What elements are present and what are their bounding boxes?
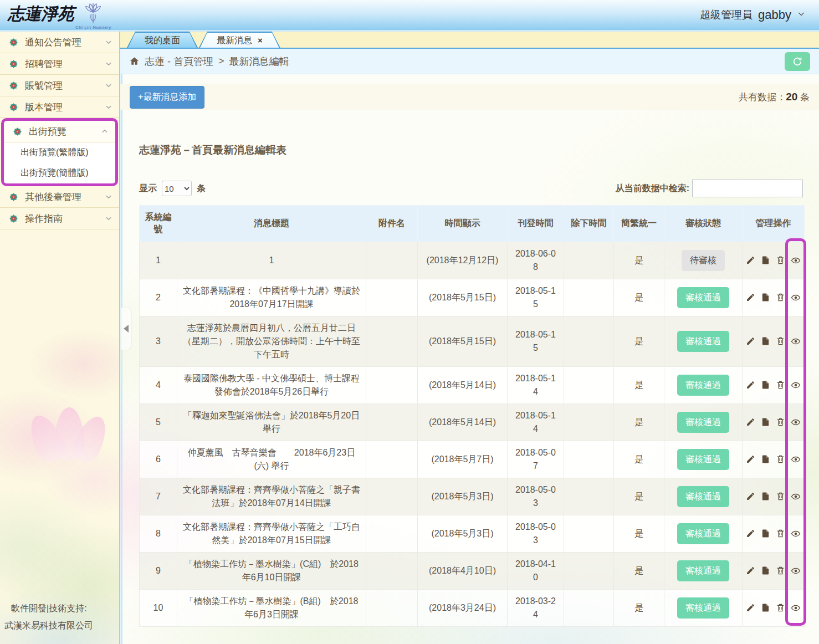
view-icon[interactable] <box>791 529 801 539</box>
status-badge[interactable]: 審核通過 <box>677 523 729 544</box>
delete-icon[interactable] <box>776 454 785 464</box>
edit-icon[interactable] <box>746 380 755 390</box>
news-table-wrap: 系統編號消息標題附件名時間顯示刊登時間除下時間簡繁統一審核狀態管理操作 11(2… <box>139 205 804 627</box>
view-icon[interactable] <box>791 293 801 303</box>
publish-time-cell: 2018-05-03 <box>508 478 564 515</box>
delete-icon[interactable] <box>776 293 785 302</box>
user-menu[interactable]: 超級管理員 gabby <box>700 8 806 22</box>
add-news-button[interactable]: +最新消息添加 <box>130 86 204 109</box>
home-icon[interactable] <box>129 56 140 67</box>
tab-close-icon[interactable]: × <box>258 36 263 44</box>
tab-latest-news[interactable]: 最新消息 × <box>199 32 280 48</box>
status-cell: 審核通過 <box>664 441 743 478</box>
search-input[interactable] <box>692 180 803 197</box>
edit-icon[interactable] <box>746 293 755 302</box>
status-badge[interactable]: 審核通過 <box>677 449 729 470</box>
delete-icon[interactable] <box>776 255 785 265</box>
chevron-down-icon <box>105 214 112 222</box>
file-icon[interactable] <box>761 454 770 464</box>
unified-cell: 是 <box>614 242 664 279</box>
row-actions <box>747 336 800 346</box>
user-name: gabby <box>758 8 791 22</box>
delete-icon[interactable] <box>776 336 785 346</box>
view-icon[interactable] <box>791 380 801 390</box>
edit-icon[interactable] <box>746 454 755 464</box>
edit-icon[interactable] <box>746 417 755 427</box>
sidebar-subitem-4-0[interactable]: 出街預覽(繁體版) <box>4 142 115 163</box>
sidebar-item-3[interactable]: 版本管理 <box>0 96 119 118</box>
column-header-0: 系統編號 <box>140 206 177 242</box>
refresh-button[interactable] <box>785 52 810 71</box>
status-badge[interactable]: 審核通過 <box>677 560 729 581</box>
sidebar-item-0[interactable]: 通知公告管理 <box>0 32 119 53</box>
sidebar-item-1[interactable]: 招聘管理 <box>0 53 119 75</box>
delete-icon[interactable] <box>776 529 785 538</box>
sidebar-item-6[interactable]: 操作指南 <box>0 208 119 229</box>
sidebar-item-2[interactable]: 賬號管理 <box>0 75 119 96</box>
file-icon[interactable] <box>761 380 770 390</box>
status-badge[interactable]: 審核通過 <box>677 486 729 507</box>
actions-cell <box>743 589 805 626</box>
view-icon[interactable] <box>791 566 801 576</box>
app-logo: 志蓮淨苑 Chi Lin Nunnery <box>8 1 111 30</box>
logo-mark: Chi Lin Nunnery <box>75 2 111 30</box>
file-icon[interactable] <box>761 255 770 265</box>
edit-icon[interactable] <box>746 603 755 612</box>
sidebar-item-label: 出街預覽 <box>29 125 66 138</box>
status-badge[interactable]: 審核通過 <box>677 287 729 308</box>
tab-label: 最新消息 <box>217 33 252 48</box>
display-time-cell: (2018年5月14日) <box>418 366 508 403</box>
delete-icon[interactable] <box>776 380 785 390</box>
sidebar-item-4[interactable]: 出街預覽 <box>4 121 115 142</box>
file-icon[interactable] <box>761 293 770 302</box>
edit-icon[interactable] <box>746 255 755 265</box>
file-icon[interactable] <box>761 492 770 501</box>
delete-icon[interactable] <box>776 566 785 575</box>
status-badge[interactable]: 審核通過 <box>677 375 729 396</box>
remove-time-cell <box>564 552 614 589</box>
column-header-5: 除下時間 <box>564 206 614 242</box>
file-icon[interactable] <box>761 603 770 612</box>
status-badge[interactable]: 審核通過 <box>677 597 729 619</box>
edit-icon[interactable] <box>746 336 755 346</box>
view-icon[interactable] <box>791 454 801 464</box>
table-row: 3志蓮淨苑於農曆四月初八，公曆五月廿二日（星期二），開放公眾浴佛時間：上午十時至… <box>140 316 805 366</box>
tab-my-desktop[interactable]: 我的桌面 <box>127 32 198 48</box>
edit-icon[interactable] <box>746 566 755 575</box>
status-badge[interactable]: 待審核 <box>682 250 725 271</box>
status-badge[interactable]: 審核通過 <box>677 331 729 352</box>
news-title-cell: 「釋迦如來聖誕浴佛法會」於2018年5月20日舉行 <box>177 403 366 441</box>
view-icon[interactable] <box>791 492 801 502</box>
breadcrumb-root[interactable]: 志蓮 - 首頁管理 <box>145 55 213 68</box>
view-icon[interactable] <box>791 603 801 613</box>
sidebar-item-label: 招聘管理 <box>25 58 63 70</box>
display-time-cell: (2018年5月15日) <box>418 279 508 316</box>
delete-icon[interactable] <box>776 603 785 612</box>
sidebar-submenu: 出街預覽(繁體版)出街預覽(簡體版) <box>4 142 115 183</box>
view-icon[interactable] <box>791 255 801 265</box>
status-cell: 審核通過 <box>664 552 743 589</box>
sidebar-collapse-handle[interactable] <box>121 308 131 350</box>
view-icon[interactable] <box>791 417 801 427</box>
unified-cell: 是 <box>614 552 664 589</box>
delete-icon[interactable] <box>776 417 785 427</box>
page-size-select[interactable]: 10 <box>162 181 192 196</box>
file-icon[interactable] <box>761 336 770 346</box>
delete-icon[interactable] <box>776 492 785 501</box>
sidebar-item-label: 賬號管理 <box>25 79 63 92</box>
sidebar-subitem-4-1[interactable]: 出街預覽(簡體版) <box>4 163 115 183</box>
sidebar-item-5[interactable]: 其他後臺管理 <box>0 186 119 208</box>
publish-time-cell: 2018-05-07 <box>508 441 564 478</box>
remove-time-cell <box>564 242 614 279</box>
table-row: 11(2018年12月12日)2018-06-08是待審核 <box>140 242 805 279</box>
publish-time-cell: 2018-06-08 <box>508 242 564 279</box>
sidebar-subitem-label: 出街預覽(簡體版) <box>21 167 89 179</box>
remove-time-cell <box>564 441 614 478</box>
file-icon[interactable] <box>761 417 770 427</box>
edit-icon[interactable] <box>746 492 755 501</box>
view-icon[interactable] <box>791 336 801 346</box>
file-icon[interactable] <box>761 566 770 575</box>
edit-icon[interactable] <box>746 529 755 538</box>
file-icon[interactable] <box>761 529 770 538</box>
status-badge[interactable]: 審核通過 <box>677 412 729 433</box>
